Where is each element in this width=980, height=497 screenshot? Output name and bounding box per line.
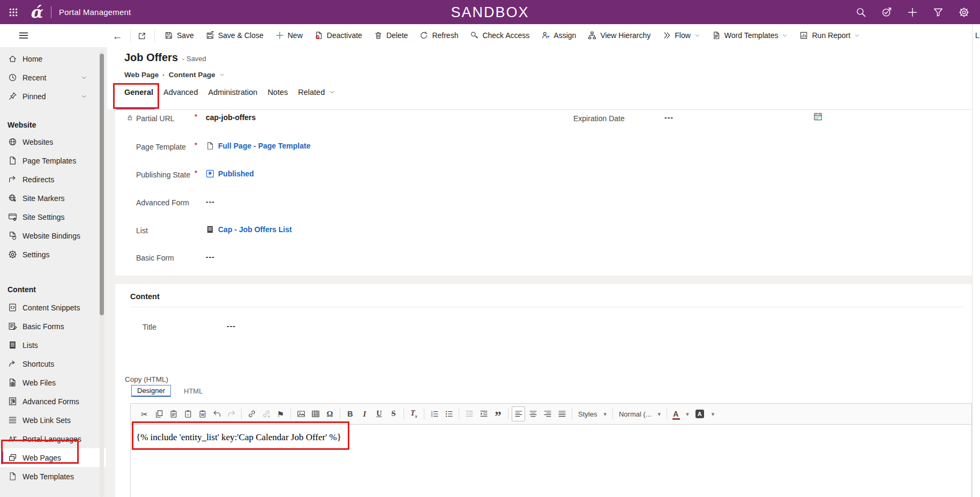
field-value-empty[interactable]: ---	[206, 253, 215, 261]
sidebar-item-home[interactable]: Home	[0, 49, 107, 68]
commandbar-check-access[interactable]: Check Access	[464, 26, 535, 45]
commandbar-word-templates[interactable]: Word Templates	[706, 26, 794, 45]
sidebar-item-shortcuts[interactable]: Shortcuts	[0, 354, 107, 373]
commandbar-new[interactable]: New	[270, 26, 309, 45]
editor-tab-designer[interactable]: Designer	[131, 385, 171, 397]
commandbar-refresh[interactable]: Refresh	[414, 26, 464, 45]
sidebar-item-site-settings[interactable]: Site Settings	[0, 207, 107, 226]
commandbar-view-hierarchy[interactable]: View Hierarchy	[582, 26, 656, 45]
tab-related[interactable]: Related	[298, 88, 335, 97]
search-icon[interactable]	[852, 3, 870, 21]
commandbar-run-report[interactable]: Run Report	[794, 26, 866, 45]
editor-toolbar-cut[interactable]: ✂	[138, 406, 151, 421]
editor-toolbar-paste-word[interactable]: W	[196, 406, 209, 421]
chevron-down-icon[interactable]	[219, 71, 225, 79]
chevron-down-icon[interactable]	[782, 33, 788, 39]
tab-administration[interactable]: Administration	[208, 88, 258, 97]
app-launcher-icon[interactable]	[4, 3, 23, 21]
sitemap-toggle-icon[interactable]	[15, 28, 31, 43]
editor-toolbar-link[interactable]	[245, 406, 258, 421]
field-value-link[interactable]: Published	[218, 169, 254, 178]
editor-toolbar-redo[interactable]	[225, 406, 238, 421]
editor-tab-html[interactable]: HTML	[181, 386, 206, 396]
chevron-down-icon[interactable]	[79, 93, 89, 100]
chevron-down-icon[interactable]	[694, 33, 700, 39]
styles-dropdown[interactable]: Styles▾	[575, 410, 610, 418]
field-value-empty[interactable]: ---	[227, 322, 236, 330]
sidebar-item-pinned[interactable]: Pinned	[0, 87, 107, 106]
sidebar-item-web-pages[interactable]: Web Pages	[0, 448, 106, 467]
tab-advanced[interactable]: Advanced	[163, 88, 198, 97]
sidebar-item-web-templates[interactable]: Web Templates	[0, 467, 107, 486]
sidebar-item-page-templates[interactable]: Page Templates	[0, 151, 107, 170]
tab-notes[interactable]: Notes	[267, 88, 288, 97]
chevron-down-icon[interactable]	[854, 33, 860, 39]
filter-icon[interactable]	[929, 3, 947, 21]
commandbar-deactivate[interactable]: Deactivate	[309, 26, 368, 45]
sidebar-scrollbar-thumb[interactable]	[100, 54, 104, 315]
sidebar-item-advanced-forms[interactable]: Advanced Forms	[0, 392, 107, 411]
editor-toolbar-bold[interactable]: B	[343, 406, 357, 421]
editor-toolbar-paste-text[interactable]: T	[181, 406, 194, 421]
editor-toolbar-align-right[interactable]	[541, 406, 554, 421]
sidebar-item-lists[interactable]: Lists	[0, 336, 107, 354]
editor-toolbar-outdent[interactable]	[462, 406, 476, 421]
editor-toolbar-special-char[interactable]: Ω	[323, 406, 336, 421]
editor-toolbar-align-justify[interactable]	[555, 406, 568, 421]
text-color-button[interactable]: A▾	[670, 411, 692, 418]
settings-gear-icon[interactable]	[955, 3, 973, 21]
field-value-empty[interactable]: ---	[206, 197, 215, 206]
app-name[interactable]: Portal Management	[59, 8, 131, 17]
back-icon[interactable]: ←	[109, 28, 125, 44]
editor-toolbar-align-left[interactable]	[512, 406, 525, 421]
chevron-down-icon[interactable]	[79, 75, 89, 81]
sidebar-item-web-link-sets[interactable]: Web Link Sets	[0, 411, 107, 429]
sidebar-item-basic-forms[interactable]: Basic Forms	[0, 317, 107, 336]
editor-toolbar-blockquote[interactable]: ”	[491, 406, 505, 421]
commandbar-flow[interactable]: Flow	[656, 26, 706, 45]
calendar-icon[interactable]	[813, 112, 822, 121]
sidebar-item-site-markers[interactable]: Site Markers	[0, 189, 107, 207]
field-value-link[interactable]: Full Page - Page Template	[218, 142, 310, 150]
editor-toolbar-align-center[interactable]	[526, 406, 540, 421]
editor-toolbar-anchor[interactable]: ⚑	[274, 406, 287, 421]
editor-toolbar-strikethrough[interactable]: S	[387, 406, 400, 421]
sidebar-item-websites[interactable]: Websites	[0, 132, 107, 151]
commandbar-save[interactable]: Save	[159, 26, 200, 45]
quick-create-plus-icon[interactable]	[903, 3, 922, 21]
app-logo[interactable]: ά	[30, 0, 42, 24]
editor-toolbar-indent[interactable]	[477, 406, 490, 421]
editor-toolbar-bulleted-list[interactable]	[442, 406, 455, 421]
background-color-button[interactable]: A▾	[692, 410, 718, 418]
dropdown-caret-icon: ▾	[686, 411, 689, 418]
editor-toolbar-copy[interactable]	[152, 406, 166, 421]
editor-toolbar-image[interactable]	[294, 406, 308, 421]
sidebar-item-website-bindings[interactable]: Website Bindings	[0, 226, 107, 245]
sidebar-item-settings[interactable]: Settings	[0, 245, 107, 264]
commandbar-assign[interactable]: Assign	[535, 26, 582, 45]
field-value-link[interactable]: Cap - Job Offers List	[218, 225, 292, 234]
paragraph-format-dropdown[interactable]: Normal (...▾	[616, 410, 664, 418]
tab-general[interactable]: General	[124, 88, 153, 97]
sidebar-item-content-snippets[interactable]: Content Snippets	[0, 298, 107, 317]
sidebar-item-recent[interactable]: Recent	[0, 68, 107, 87]
editor-toolbar-underline[interactable]: U	[372, 406, 386, 421]
editor-toolbar-table[interactable]	[309, 406, 322, 421]
editor-content-area[interactable]: {% include 'entity_list' key:'Cap Calend…	[131, 425, 971, 497]
editor-toolbar-undo[interactable]	[210, 406, 223, 421]
sidebar-item-web-files[interactable]: Web Files	[0, 373, 107, 392]
commandbar-save-and-close[interactable]: Save & Close	[200, 26, 270, 45]
editor-toolbar-numbered-list[interactable]: 123	[428, 406, 441, 421]
form-selector[interactable]: Content Page	[169, 71, 215, 79]
editor-toolbar-remove-format[interactable]: Tx	[407, 406, 421, 421]
editor-toolbar-unlink[interactable]	[259, 406, 273, 421]
editor-toolbar-paste[interactable]	[167, 406, 180, 421]
sidebar-item-portal-languages[interactable]: Portal Languages	[0, 429, 107, 448]
popout-icon[interactable]	[134, 28, 150, 44]
check-circle-icon[interactable]	[878, 3, 896, 21]
field-value-empty[interactable]: ---	[664, 113, 674, 122]
chevron-down-icon[interactable]	[329, 89, 335, 95]
commandbar-delete[interactable]: Delete	[368, 26, 414, 45]
editor-toolbar-italic[interactable]: I	[358, 406, 371, 421]
sidebar-item-redirects[interactable]: Redirects	[0, 170, 107, 189]
